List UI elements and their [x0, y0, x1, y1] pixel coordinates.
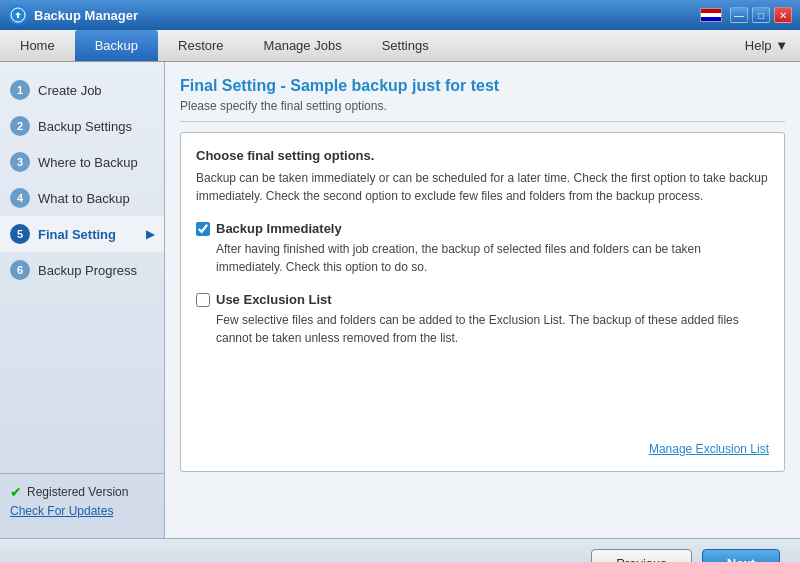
option-backup-immediately-header: Backup Immediately: [196, 221, 769, 236]
sidebar-steps: 1 Create Job 2 Backup Settings 3 Where t…: [0, 72, 164, 473]
backup-immediately-label[interactable]: Backup Immediately: [216, 221, 342, 236]
manage-exclusion-link[interactable]: Manage Exclusion List: [649, 442, 769, 456]
maximize-button[interactable]: □: [752, 7, 770, 23]
page-title: Final Setting - Sample backup just for t…: [180, 77, 785, 95]
sidebar-item-where-to-backup[interactable]: 3 Where to Backup: [0, 144, 164, 180]
option-exclusion-list: Use Exclusion List Few selective files a…: [196, 292, 769, 347]
sidebar: 1 Create Job 2 Backup Settings 3 Where t…: [0, 62, 165, 538]
settings-description: Backup can be taken immediately or can b…: [196, 169, 769, 205]
next-button[interactable]: Next: [702, 549, 780, 562]
content-area: Final Setting - Sample backup just for t…: [165, 62, 800, 538]
step-label-4: What to Backup: [38, 191, 130, 206]
step-num-4: 4: [10, 188, 30, 208]
tab-settings[interactable]: Settings: [362, 30, 449, 61]
page-title-highlight: Sample backup just for test: [290, 77, 499, 94]
exclusion-list-label[interactable]: Use Exclusion List: [216, 292, 332, 307]
step-label-5: Final Setting: [38, 227, 116, 242]
step-num-1: 1: [10, 80, 30, 100]
tab-restore[interactable]: Restore: [158, 30, 244, 61]
step-label-1: Create Job: [38, 83, 102, 98]
flag-icon: [700, 8, 722, 22]
backup-immediately-checkbox[interactable]: [196, 222, 210, 236]
check-icon: ✔: [10, 484, 22, 500]
title-text: Backup Manager: [34, 8, 138, 23]
sidebar-item-backup-progress[interactable]: 6 Backup Progress: [0, 252, 164, 288]
backup-immediately-desc: After having finished with job creation,…: [196, 240, 769, 276]
sidebar-item-create-job[interactable]: 1 Create Job: [0, 72, 164, 108]
sidebar-item-final-setting[interactable]: 5 Final Setting ▶: [0, 216, 164, 252]
tab-manage-jobs[interactable]: Manage Jobs: [244, 30, 362, 61]
app-icon: [8, 5, 28, 25]
main-layout: 1 Create Job 2 Backup Settings 3 Where t…: [0, 62, 800, 538]
active-arrow-icon: ▶: [146, 228, 154, 241]
previous-button[interactable]: Previous: [591, 549, 692, 562]
tab-backup[interactable]: Backup: [75, 30, 158, 61]
minimize-button[interactable]: —: [730, 7, 748, 23]
page-title-separator: -: [276, 77, 290, 94]
page-subtitle: Please specify the final setting options…: [180, 99, 785, 113]
close-button[interactable]: ✕: [774, 7, 792, 23]
sidebar-item-backup-settings[interactable]: 2 Backup Settings: [0, 108, 164, 144]
page-title-bar: Final Setting - Sample backup just for t…: [180, 77, 785, 122]
option-backup-immediately: Backup Immediately After having finished…: [196, 221, 769, 276]
option-exclusion-list-header: Use Exclusion List: [196, 292, 769, 307]
registered-version: ✔ Registered Version: [10, 484, 154, 500]
registered-label: Registered Version: [27, 485, 128, 499]
exclusion-list-desc: Few selective files and folders can be a…: [196, 311, 769, 347]
step-num-6: 6: [10, 260, 30, 280]
exclusion-list-checkbox[interactable]: [196, 293, 210, 307]
step-num-3: 3: [10, 152, 30, 172]
step-label-3: Where to Backup: [38, 155, 138, 170]
sidebar-footer: ✔ Registered Version Check For Updates: [0, 473, 164, 528]
settings-heading: Choose final setting options.: [196, 148, 769, 163]
step-label-2: Backup Settings: [38, 119, 132, 134]
title-bar-controls: — □ ✕: [700, 7, 792, 23]
title-bar-left: Backup Manager: [8, 5, 138, 25]
tab-home[interactable]: Home: [0, 30, 75, 61]
step-num-2: 2: [10, 116, 30, 136]
settings-box: Choose final setting options. Backup can…: [180, 132, 785, 472]
title-bar: Backup Manager — □ ✕: [0, 0, 800, 30]
help-menu[interactable]: Help ▼: [733, 32, 800, 59]
step-label-6: Backup Progress: [38, 263, 137, 278]
bottom-bar: Previous Next: [0, 538, 800, 562]
check-updates-link[interactable]: Check For Updates: [10, 504, 154, 518]
step-num-5: 5: [10, 224, 30, 244]
menu-bar: Home Backup Restore Manage Jobs Settings…: [0, 30, 800, 62]
sidebar-item-what-to-backup[interactable]: 4 What to Backup: [0, 180, 164, 216]
page-title-text: Final Setting: [180, 77, 276, 94]
